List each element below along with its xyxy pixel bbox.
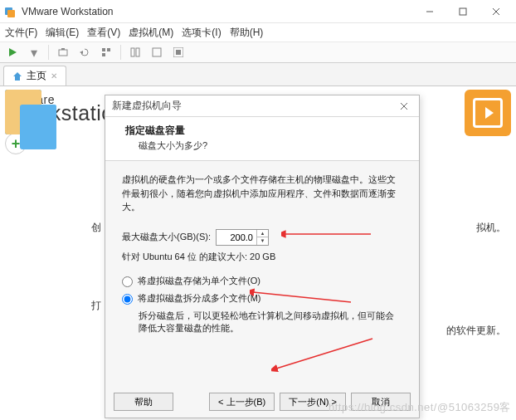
open-label: 打 (91, 299, 101, 313)
dialog-title: 新建虚拟机向导 (112, 99, 182, 113)
dialog-subheading: 磁盘大小为多少? (139, 139, 406, 152)
right-hint-2: 的软件更新。 (446, 324, 506, 338)
toolbar: ▾ (0, 42, 516, 63)
annotation-arrow-3 (271, 335, 376, 372)
tab-close-icon[interactable]: ✕ (51, 71, 57, 81)
svg-rect-17 (176, 50, 181, 55)
recommend-text: 针对 Ubuntu 64 位 的建议大小: 20 GB (122, 251, 402, 263)
radio-single[interactable] (122, 276, 133, 287)
svg-rect-7 (59, 50, 67, 56)
open-vm-card[interactable] (0, 161, 66, 236)
svg-rect-15 (153, 48, 161, 56)
spin-up-icon[interactable]: ▲ (257, 230, 268, 238)
svg-rect-11 (107, 48, 110, 51)
menu-help[interactable]: 帮助(H) (230, 26, 264, 40)
menu-tabs[interactable]: 选项卡(I) (182, 26, 221, 40)
titlebar: VMware Workstation (0, 0, 516, 23)
help-button[interactable]: 帮助 (114, 393, 173, 411)
power-on-icon[interactable] (3, 43, 22, 61)
svg-rect-14 (136, 48, 139, 56)
menubar: 文件(F) 编辑(E) 查看(V) 虚拟机(M) 选项卡(I) 帮助(H) (0, 23, 516, 42)
tab-home[interactable]: 主页 ✕ (3, 66, 66, 85)
snapshot-icon[interactable] (54, 43, 72, 61)
new-vm-wizard-dialog: 新建虚拟机向导 指定磁盘容量 磁盘大小为多少? 虚拟机的硬盘作为一个或多个文件存… (105, 95, 420, 418)
maximize-button[interactable] (446, 2, 479, 21)
window-title: VMware Workstation (22, 6, 113, 17)
content-area: vmware Workstation + 创 拟机。 打 的软件更新。 新建虚拟… (0, 86, 516, 420)
app-icon (3, 5, 17, 18)
disk-size-row: 最大磁盘大小(GB)(S): ▲▼ (122, 229, 402, 246)
radio-split[interactable] (122, 294, 133, 305)
svg-rect-12 (102, 53, 105, 56)
tab-label: 主页 (27, 69, 46, 83)
dialog-header: 指定磁盘容量 磁盘大小为多少? (105, 117, 419, 161)
svg-line-22 (276, 339, 372, 369)
dialog-close-icon[interactable] (396, 99, 412, 114)
dialog-heading: 指定磁盘容量 (125, 124, 406, 138)
workstation-badge (465, 90, 511, 136)
radio-split-file[interactable]: 将虚拟磁盘拆分成多个文件(M) (122, 292, 402, 305)
svg-rect-10 (102, 48, 105, 51)
svg-rect-1 (7, 10, 15, 17)
menu-edit[interactable]: 编辑(E) (46, 26, 79, 40)
right-hint-1: 拟机。 (476, 221, 506, 235)
disk-size-input-wrap: ▲▼ (216, 229, 269, 246)
radio-single-label: 将虚拟磁盘存储为单个文件(O) (138, 275, 260, 287)
menu-vm[interactable]: 虚拟机(M) (129, 26, 173, 40)
split-description: 拆分磁盘后，可以更轻松地在计算机之间移动虚拟机，但可能会降低大容量磁盘的性能。 (139, 310, 402, 336)
menu-file[interactable]: 文件(F) (5, 26, 37, 40)
home-icon (12, 71, 22, 81)
unity-icon[interactable] (148, 43, 166, 61)
close-button[interactable] (479, 2, 513, 21)
tile-icon[interactable] (126, 43, 144, 61)
revert-icon[interactable] (75, 43, 94, 61)
spin-down-icon[interactable]: ▼ (257, 237, 268, 245)
fullscreen-icon[interactable] (169, 43, 187, 61)
dialog-body: 虚拟机的硬盘作为一个或多个文件存储在主机的物理磁盘中。这些文件最初很小，随着您向… (105, 161, 419, 393)
radio-split-label: 将虚拟磁盘拆分成多个文件(M) (138, 292, 261, 305)
disk-size-input[interactable] (217, 232, 256, 242)
spinner[interactable]: ▲▼ (256, 230, 268, 245)
intro-text: 虚拟机的硬盘作为一个或多个文件存储在主机的物理磁盘中。这些文件最初很小，随着您向… (122, 173, 402, 214)
menu-view[interactable]: 查看(V) (87, 26, 120, 40)
svg-marker-6 (9, 48, 17, 56)
svg-rect-8 (61, 48, 65, 50)
svg-rect-13 (131, 48, 134, 56)
watermark: https://blog.csdn.net/@51063259客 (329, 400, 511, 415)
radio-single-file[interactable]: 将虚拟磁盘存储为单个文件(O) (122, 275, 402, 287)
disk-size-label: 最大磁盘大小(GB)(S): (122, 231, 211, 243)
dropdown-icon[interactable]: ▾ (25, 43, 43, 61)
back-button[interactable]: < 上一步(B) (209, 393, 275, 411)
manage-icon[interactable] (97, 43, 115, 61)
dialog-titlebar: 新建虚拟机向导 (105, 95, 419, 117)
tabbar: 主页 ✕ (0, 63, 516, 86)
minimize-button[interactable] (413, 2, 446, 21)
svg-rect-3 (460, 8, 466, 15)
create-label: 创 (91, 221, 101, 235)
